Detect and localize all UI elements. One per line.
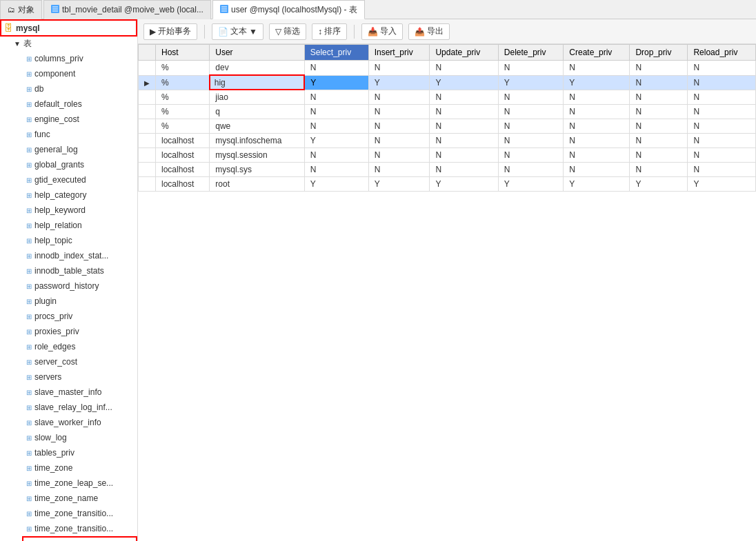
sidebar-table-password-history[interactable]: ⊞password_history — [22, 278, 137, 294]
cell-insert-priv[interactable]: N — [368, 134, 430, 148]
sidebar-table-general-log[interactable]: ⊞general_log — [22, 142, 137, 157]
cell-user[interactable]: hig — [210, 75, 304, 90]
cell-host[interactable]: localhost — [156, 134, 210, 148]
cell-drop-priv[interactable]: N — [630, 163, 688, 177]
sidebar-table-user[interactable]: ⊞user — [22, 536, 137, 541]
cell-select-priv[interactable]: N — [304, 90, 368, 105]
cell-create-priv[interactable]: N — [564, 148, 630, 163]
cell-update-priv[interactable]: N — [430, 163, 498, 177]
sidebar-table-server-cost[interactable]: ⊞server_cost — [22, 354, 137, 369]
col-header-user[interactable]: User — [210, 45, 304, 61]
cell-delete-priv[interactable]: N — [498, 90, 564, 105]
sidebar-table-role-edges[interactable]: ⊞role_edges — [22, 339, 137, 354]
col-header-create-priv[interactable]: Create_priv — [564, 45, 630, 61]
cell-host[interactable]: % — [156, 90, 210, 105]
col-header-delete-priv[interactable]: Delete_priv — [498, 45, 564, 61]
sidebar-table-procs-priv[interactable]: ⊞procs_priv — [22, 309, 137, 324]
cell-create-priv[interactable]: N — [564, 119, 630, 134]
cell-insert-priv[interactable]: N — [368, 90, 430, 105]
cell-insert-priv[interactable]: Y — [368, 75, 430, 90]
cell-update-priv[interactable]: N — [430, 90, 498, 105]
sidebar-table-time-zone-name[interactable]: ⊞time_zone_name — [22, 491, 137, 506]
cell-select-priv[interactable]: Y — [304, 75, 368, 90]
cell-reload-priv[interactable]: N — [688, 148, 756, 163]
col-header-insert-priv[interactable]: Insert_priv — [368, 45, 430, 61]
cell-update-priv[interactable]: N — [430, 61, 498, 76]
cell-reload-priv[interactable]: N — [688, 163, 756, 177]
sidebar-table-time-zone-trans1[interactable]: ⊞time_zone_transitio... — [22, 506, 137, 521]
sidebar-table-time-zone-trans2[interactable]: ⊞time_zone_transitio... — [22, 521, 137, 536]
sidebar-table-help-keyword[interactable]: ⊞help_keyword — [22, 203, 137, 218]
cell-select-priv[interactable]: N — [304, 61, 368, 76]
cell-reload-priv[interactable]: Y — [688, 177, 756, 192]
sidebar-table-db[interactable]: ⊞db — [22, 81, 137, 96]
cell-create-priv[interactable]: N — [564, 163, 630, 177]
sidebar-table-default-roles[interactable]: ⊞default_roles — [22, 96, 137, 112]
col-header-select-priv[interactable]: Select_priv — [304, 45, 368, 61]
cell-user[interactable]: root — [210, 177, 304, 192]
cell-host[interactable]: localhost — [156, 148, 210, 163]
cell-select-priv[interactable]: N — [304, 119, 368, 134]
sidebar-table-slave-relay-log[interactable]: ⊞slave_relay_log_inf... — [22, 400, 137, 415]
cell-delete-priv[interactable]: Y — [498, 177, 564, 192]
cell-delete-priv[interactable]: N — [498, 163, 564, 177]
sidebar-table-global-grants[interactable]: ⊞global_grants — [22, 157, 137, 172]
col-header-host[interactable]: Host — [156, 45, 210, 61]
tab-tbl-movie[interactable]: tbl_movie_detail @moive_web (local... — [43, 0, 211, 19]
cell-create-priv[interactable]: Y — [564, 75, 630, 90]
begin-transaction-button[interactable]: ▶ 开始事务 — [143, 23, 197, 40]
cell-user[interactable]: q — [210, 105, 304, 119]
cell-insert-priv[interactable]: N — [368, 163, 430, 177]
cell-drop-priv[interactable]: N — [630, 75, 688, 90]
sidebar-table-time-zone[interactable]: ⊞time_zone — [22, 460, 137, 476]
cell-delete-priv[interactable]: N — [498, 105, 564, 119]
cell-select-priv[interactable]: Y — [304, 177, 368, 192]
sidebar-table-component[interactable]: ⊞component — [22, 66, 137, 81]
table-row[interactable]: %qweNNNNNNN — [139, 119, 756, 134]
sidebar-table-tables-priv[interactable]: ⊞tables_priv — [22, 445, 137, 460]
cell-update-priv[interactable]: N — [430, 119, 498, 134]
cell-drop-priv[interactable]: N — [630, 119, 688, 134]
sidebar-table-innodb-index-stat[interactable]: ⊞innodb_index_stat... — [22, 248, 137, 263]
cell-reload-priv[interactable]: N — [688, 119, 756, 134]
table-row[interactable]: ▶%higYYYYYNN — [139, 75, 756, 90]
sidebar-table-slave-worker[interactable]: ⊞slave_worker_info — [22, 415, 137, 430]
cell-delete-priv[interactable]: N — [498, 148, 564, 163]
col-header-reload-priv[interactable]: Reload_priv — [688, 45, 756, 61]
filter-button[interactable]: ▽ 筛选 — [269, 23, 306, 40]
cell-reload-priv[interactable]: N — [688, 134, 756, 148]
sidebar-db-mysql[interactable]: 🗄 mysql — [0, 19, 137, 37]
table-row[interactable]: %jiaoNNNNNNN — [139, 90, 756, 105]
cell-create-priv[interactable]: N — [564, 61, 630, 76]
cell-create-priv[interactable]: N — [564, 90, 630, 105]
cell-select-priv[interactable]: N — [304, 148, 368, 163]
cell-insert-priv[interactable]: Y — [368, 177, 430, 192]
cell-drop-priv[interactable]: N — [630, 134, 688, 148]
cell-host[interactable]: % — [156, 105, 210, 119]
cell-host[interactable]: % — [156, 119, 210, 134]
cell-create-priv[interactable]: N — [564, 105, 630, 119]
sidebar-tables-header[interactable]: ▼ 表 — [11, 37, 137, 51]
cell-delete-priv[interactable]: Y — [498, 75, 564, 90]
cell-update-priv[interactable]: Y — [430, 75, 498, 90]
tab-objects[interactable]: 🗂 对象 — [0, 0, 42, 19]
cell-reload-priv[interactable]: N — [688, 105, 756, 119]
export-button[interactable]: 📤 导出 — [408, 23, 450, 40]
cell-insert-priv[interactable]: N — [368, 148, 430, 163]
sidebar-table-time-zone-leap[interactable]: ⊞time_zone_leap_se... — [22, 476, 137, 491]
cell-update-priv[interactable]: N — [430, 105, 498, 119]
cell-drop-priv[interactable]: N — [630, 105, 688, 119]
cell-host[interactable]: % — [156, 61, 210, 76]
cell-select-priv[interactable]: N — [304, 163, 368, 177]
cell-select-priv[interactable]: Y — [304, 134, 368, 148]
cell-user[interactable]: dev — [210, 61, 304, 76]
cell-insert-priv[interactable]: N — [368, 119, 430, 134]
cell-host[interactable]: localhost — [156, 177, 210, 192]
cell-user[interactable]: mysql.sys — [210, 163, 304, 177]
cell-user[interactable]: mysql.infoschema — [210, 134, 304, 148]
cell-user[interactable]: jiao — [210, 90, 304, 105]
cell-drop-priv[interactable]: N — [630, 148, 688, 163]
cell-reload-priv[interactable]: N — [688, 90, 756, 105]
cell-update-priv[interactable]: N — [430, 134, 498, 148]
sort-button[interactable]: ↕ 排序 — [312, 23, 347, 40]
